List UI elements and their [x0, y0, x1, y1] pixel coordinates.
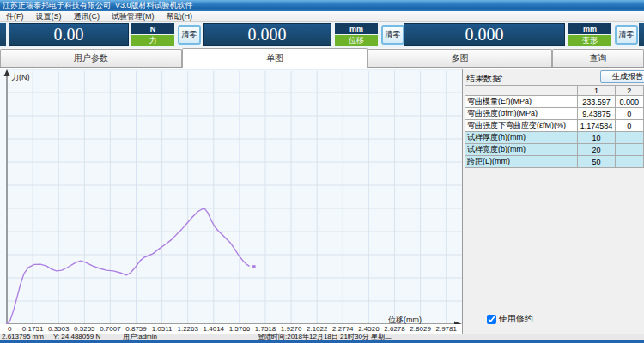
- x-tick-label: 1.2263: [177, 325, 197, 333]
- force-clear-button[interactable]: 清零: [178, 25, 201, 45]
- x-tick-label: 0.3503: [48, 325, 69, 333]
- table-row: 弯曲模量(Ef)(MPa) 233.597 0.000: [465, 96, 644, 108]
- results-header-row: 1 2: [465, 86, 644, 96]
- row-value-1[interactable]: 10: [578, 132, 615, 144]
- tab-query[interactable]: 查询: [552, 49, 644, 67]
- generate-report-button[interactable]: 生成报告: [600, 70, 644, 83]
- displacement-unit-box: mm: [335, 23, 378, 34]
- deformation-value-display: 0.000: [404, 23, 565, 46]
- window-titlebar: 江苏正瑞泰邦电子科技有限公司_V3.0版材料试验机软件: [0, 0, 644, 11]
- menu-help[interactable]: 帮助(H): [161, 11, 199, 21]
- table-row: 弯曲强度(σfm)(MPa) 9.43875 0: [465, 108, 644, 120]
- display-edge-fragment-left: [0, 23, 6, 46]
- window-title: 江苏正瑞泰邦电子科技有限公司_V3.0版材料试验机软件: [3, 1, 193, 9]
- x-tick-label: 1.5766: [229, 325, 250, 333]
- row-value-2[interactable]: [615, 132, 643, 144]
- table-row: 弯曲强度下弯曲应变(εfM)(%) 1.174584 0: [465, 120, 644, 132]
- deformation-clear-button[interactable]: 清零: [615, 25, 638, 45]
- row-label: 试样宽度(b)(mm): [465, 144, 578, 156]
- tab-multi-graph[interactable]: 多图: [368, 49, 552, 67]
- x-tick-label: 1.9270: [281, 325, 301, 333]
- x-tick-label: 1.0511: [152, 325, 173, 333]
- force-unit: N: [150, 25, 156, 33]
- results-header-blank: [465, 86, 578, 96]
- deformation-label: 变形: [582, 35, 598, 46]
- displacement-label: 位移: [349, 35, 364, 46]
- chart-canvas: [0, 69, 462, 325]
- app-window: 江苏正瑞泰邦电子科技有限公司_V3.0版材料试验机软件 件(F) 设置(S) 通…: [0, 0, 644, 343]
- displacement-label-box: 位移: [335, 35, 378, 46]
- results-panel: 结果数据: 生成报告 1 2 弯曲模量(Ef)(MPa) 233.597 0.0…: [462, 69, 644, 334]
- y-axis-arrow-icon: [4, 69, 10, 76]
- x-tick-label: 2.8029: [410, 325, 430, 333]
- row-value-1[interactable]: 233.597: [578, 96, 615, 108]
- row-label: 弯曲强度(σfm)(MPa): [465, 108, 578, 120]
- use-rounding-label: 使用修约: [499, 313, 533, 325]
- display-edge-fragment-right: [639, 23, 644, 46]
- x-tick-label: 1.4014: [204, 325, 224, 333]
- x-tick-label: 2.6278: [384, 325, 404, 333]
- row-value-1[interactable]: 1.174584: [578, 120, 615, 132]
- row-label: 试样厚度(h)(mm): [465, 132, 578, 144]
- table-row: 试样厚度(h)(mm) 10: [465, 132, 644, 144]
- row-value-2[interactable]: 0: [615, 120, 643, 132]
- tab-bar: 用户参数 单图 多图 查询: [0, 48, 644, 68]
- results-table: 1 2 弯曲模量(Ef)(MPa) 233.597 0.000 弯曲强度(σfm…: [465, 85, 644, 168]
- row-value-1[interactable]: 20: [578, 144, 615, 156]
- curve-end-marker: [252, 265, 256, 268]
- x-tick-label: 0.7007: [100, 325, 120, 333]
- force-label-box: 力: [131, 35, 174, 46]
- deformation-value: 0.000: [465, 25, 504, 45]
- row-value-2[interactable]: [615, 144, 643, 156]
- status-login-time: 登陆时间:2018年12月18日 21时30分 星期二: [258, 334, 392, 340]
- x-tick-label: 0: [8, 325, 11, 333]
- table-row: 跨距(L)(mm) 50: [465, 156, 644, 168]
- deformation-label-box: 变形: [568, 35, 611, 46]
- menu-settings[interactable]: 设置(S): [30, 11, 68, 21]
- x-tick-label: 2.1022: [307, 325, 327, 333]
- x-tick-label: 1.7518: [255, 325, 276, 333]
- use-rounding-row: 使用修约: [487, 313, 533, 325]
- menu-file[interactable]: 件(F): [0, 11, 30, 21]
- x-tick-label: 0.5255: [74, 325, 94, 333]
- displacement-unit: mm: [349, 25, 363, 33]
- status-user: 用户:admin: [123, 334, 157, 340]
- force-displacement-chart: 力(N) 位移(mm): [0, 69, 462, 324]
- displacement-value-display: 0.000: [203, 23, 331, 46]
- x-tick-label: 0.1751: [22, 325, 43, 333]
- force-displacement-curve: [7, 208, 249, 324]
- row-value-2[interactable]: [615, 156, 643, 168]
- deformation-unit: mm: [583, 25, 597, 33]
- results-heading: 结果数据:: [466, 73, 503, 85]
- table-row: 试样宽度(b)(mm) 20: [465, 144, 644, 156]
- results-header-col1[interactable]: 1: [578, 86, 615, 96]
- force-label: 力: [149, 35, 157, 46]
- menu-bar: 件(F) 设置(S) 通讯(C) 试验管理(M) 帮助(H): [0, 11, 644, 22]
- row-value-1[interactable]: 9.43875: [578, 108, 615, 120]
- menu-test-management[interactable]: 试验管理(M): [106, 11, 161, 21]
- row-value-2[interactable]: 0.000: [615, 96, 643, 108]
- use-rounding-checkbox[interactable]: [487, 315, 496, 324]
- row-label: 弯曲强度下弯曲应变(εfM)(%): [465, 120, 578, 132]
- x-tick-label: 0.8759: [125, 325, 146, 333]
- results-header-col2[interactable]: 2: [615, 86, 643, 96]
- display-row: 0.00 N 力 清零 0.000 mm 位移 清零 0.000 mm 变形 清…: [0, 22, 644, 48]
- force-value-display: 0.00: [9, 23, 129, 46]
- force-value: 0.00: [54, 25, 84, 45]
- row-value-1[interactable]: 50: [578, 156, 615, 168]
- displacement-value: 0.000: [248, 25, 287, 45]
- status-bar: 2.613795 mm Y: 24.488059 N 用户:admin 登陆时间…: [0, 334, 644, 340]
- status-y-position: Y: 24.488059 N: [53, 334, 100, 340]
- x-tick-label: 2.9781: [435, 325, 456, 333]
- y-axis-label: 力(N): [11, 72, 30, 83]
- tab-single-graph[interactable]: 单图: [182, 48, 368, 68]
- row-label: 弯曲模量(Ef)(MPa): [465, 96, 578, 108]
- x-tick-label: 2.4526: [358, 325, 379, 333]
- tab-user-parameters[interactable]: 用户参数: [0, 49, 182, 67]
- force-unit-box: N: [131, 23, 174, 34]
- status-x-position: 2.613795 mm: [2, 334, 44, 340]
- displacement-clear-button[interactable]: 清零: [381, 25, 404, 45]
- row-value-2[interactable]: 0: [615, 108, 643, 120]
- x-tick-label: 2.2774: [332, 325, 353, 333]
- menu-communication[interactable]: 通讯(C): [68, 11, 106, 21]
